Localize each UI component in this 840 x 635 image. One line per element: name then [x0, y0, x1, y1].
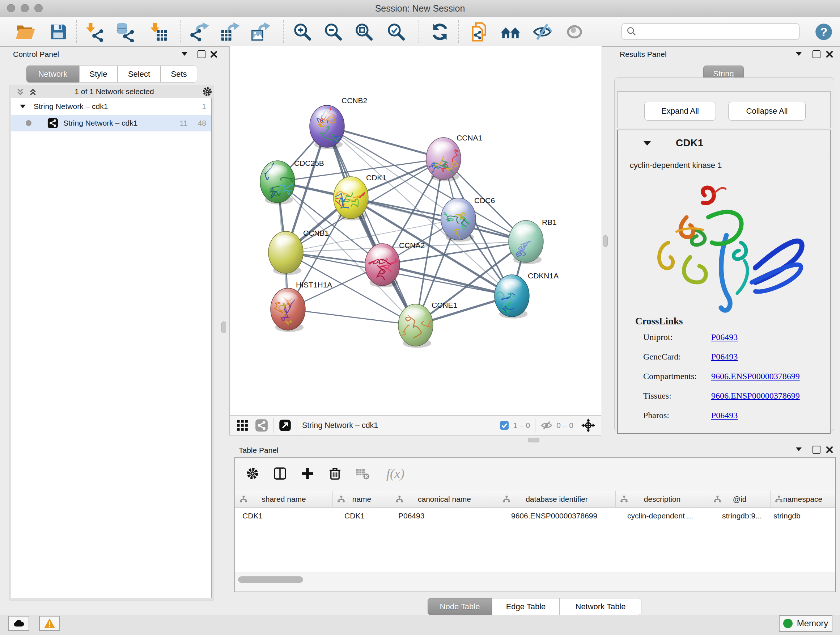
bottom-splitter-handle[interactable] [528, 438, 539, 442]
edge-HIST1H1A-CCNE1[interactable] [288, 309, 416, 325]
tab-network-table[interactable]: Network Table [560, 598, 641, 615]
tab-edge-table[interactable]: Edge Table [492, 598, 560, 615]
node-label-RB1: RB1 [542, 218, 557, 226]
expand-all-button[interactable]: Expand All [644, 102, 716, 120]
network-graph[interactable]: CCNB2CCNA1CDC25BCDK1CDC6RB1CCNB1CCNA2CDK… [230, 46, 602, 415]
open-session-button[interactable] [13, 20, 37, 44]
node-CCNA2[interactable] [365, 244, 400, 287]
save-session-button[interactable] [46, 20, 70, 44]
network-view-canvas[interactable]: CCNB2CCNA1CDC25BCDK1CDC6RB1CCNB1CCNA2CDK… [229, 46, 602, 415]
detach-view-icon[interactable] [279, 419, 292, 432]
column-header-database-identifier[interactable]: database identifier [498, 491, 616, 507]
table-panel-menu-icon[interactable] [796, 448, 802, 451]
collapse-all-button[interactable]: Collapse All [728, 102, 806, 120]
crosslink-tissues-link[interactable]: 9606.ENSP00000378699 [711, 391, 800, 401]
results-panel-close-icon[interactable] [826, 50, 834, 58]
node-CCNB2[interactable] [309, 104, 345, 149]
column-header-description[interactable]: description [616, 491, 709, 507]
cdk1-result-entry: CDK1 cyclin-dependent kinase 1 CrossLink… [617, 130, 831, 434]
tab-network[interactable]: Network [27, 65, 79, 82]
node-CDC25B[interactable] [260, 161, 298, 204]
entry-collapse-icon[interactable] [643, 141, 651, 146]
control-panel-float-icon[interactable] [197, 50, 205, 58]
search-input[interactable] [637, 27, 790, 36]
import-table-file-button[interactable] [146, 20, 170, 44]
grid-view-icon[interactable] [236, 419, 248, 432]
zoom-fit-button[interactable] [352, 20, 376, 44]
network-collection-row[interactable]: String Network – cdk1 1 [11, 98, 211, 115]
control-panel-close-icon[interactable] [210, 50, 218, 58]
column-header-name[interactable]: name [333, 491, 391, 507]
network-row-selected[interactable]: String Network – cdk1 11 48 [11, 115, 211, 131]
edge-CCNA2-CDKN1A[interactable] [382, 264, 512, 296]
network-overview-icon[interactable] [255, 419, 268, 432]
zoom-out-button[interactable] [321, 20, 345, 44]
results-panel-menu-icon[interactable] [796, 52, 802, 56]
tab-style[interactable]: Style [79, 65, 118, 82]
table-row[interactable]: CDK1 CDK1 P06493 9606.ENSP00000378699 cy… [235, 508, 835, 524]
delete-column-button[interactable] [324, 463, 346, 485]
create-column-button[interactable] [297, 463, 318, 485]
hide-selected-button[interactable] [531, 20, 554, 44]
show-all-views-button[interactable] [499, 20, 523, 44]
left-splitter-handle[interactable] [221, 321, 226, 333]
node-label-CDC25B: CDC25B [294, 159, 324, 167]
column-header-canonical-name[interactable]: canonical name [391, 491, 498, 507]
edge-CCNB2-CCNE1[interactable] [327, 126, 416, 325]
right-splitter-handle[interactable] [603, 235, 608, 247]
collection-expander-icon[interactable] [20, 105, 26, 108]
network-list: String Network – cdk1 1 String Network –… [11, 98, 212, 598]
column-header-id[interactable]: @id [709, 491, 771, 507]
export-network-button[interactable] [187, 20, 211, 44]
node-CCNE1[interactable] [398, 304, 433, 348]
tab-sets[interactable]: Sets [161, 65, 197, 82]
houses-icon [500, 22, 521, 42]
table-panel-float-icon[interactable] [813, 446, 821, 454]
table-horizontal-scrollbar[interactable] [238, 576, 303, 583]
column-header-namespace[interactable]: namespace [771, 491, 835, 507]
crosslink-uniprot-link[interactable]: P06493 [711, 333, 737, 342]
search-field[interactable] [622, 23, 799, 40]
crosslink-genecard-link[interactable]: P06493 [711, 352, 737, 362]
import-network-file-button[interactable] [82, 20, 106, 44]
selected-checkbox-icon[interactable] [499, 420, 510, 431]
cdk1-entry-header[interactable]: CDK1 [618, 130, 830, 156]
toolbar-separator [273, 418, 273, 432]
new-network-from-selection-button[interactable] [468, 20, 492, 44]
node-HIST1H1A[interactable] [271, 288, 305, 332]
cloud-status-button[interactable] [8, 616, 29, 631]
table-panel-close-icon[interactable] [826, 446, 834, 454]
expand-all-chevron-icon[interactable] [28, 88, 37, 96]
results-panel-float-icon[interactable] [813, 50, 821, 58]
zoom-in-button[interactable] [291, 20, 314, 44]
node-CCNA1[interactable] [419, 138, 461, 181]
gene-name: CDK1 [676, 137, 703, 149]
fit-selected-crosshair-icon[interactable] [581, 418, 595, 432]
show-hidden-button[interactable] [562, 20, 586, 44]
warnings-button[interactable] [39, 616, 60, 631]
node-RB1[interactable] [508, 220, 543, 264]
control-panel-menu-icon[interactable] [182, 52, 187, 56]
tab-node-table[interactable]: Node Table [428, 598, 492, 615]
network-options-gear-icon[interactable] [202, 86, 213, 97]
show-columns-button[interactable] [269, 463, 291, 485]
import-network-database-button[interactable] [112, 20, 136, 44]
column-type-icon [619, 494, 629, 504]
crosslink-pharos-link[interactable]: P06493 [711, 410, 737, 420]
export-image-button[interactable] [249, 20, 273, 44]
tab-select[interactable]: Select [118, 65, 161, 82]
memory-status-button[interactable]: Memory [779, 615, 832, 632]
help-icon: ? [814, 22, 834, 42]
zoom-selected-button[interactable] [384, 20, 408, 44]
node-CDKN1A[interactable] [485, 275, 529, 318]
crosslink-compartments-link[interactable]: 9606.ENSP00000378699 [711, 371, 800, 381]
apply-layout-button[interactable] [428, 20, 452, 44]
help-button[interactable]: ? [812, 20, 836, 44]
column-header-shared-name[interactable]: shared name [235, 491, 333, 507]
collapse-all-chevron-icon[interactable] [16, 88, 25, 96]
export-table-icon [220, 22, 240, 42]
node-CCNB1[interactable] [268, 231, 303, 275]
node-CDK1[interactable] [330, 177, 368, 220]
table-settings-button[interactable] [242, 463, 264, 485]
export-table-button[interactable] [218, 20, 242, 44]
